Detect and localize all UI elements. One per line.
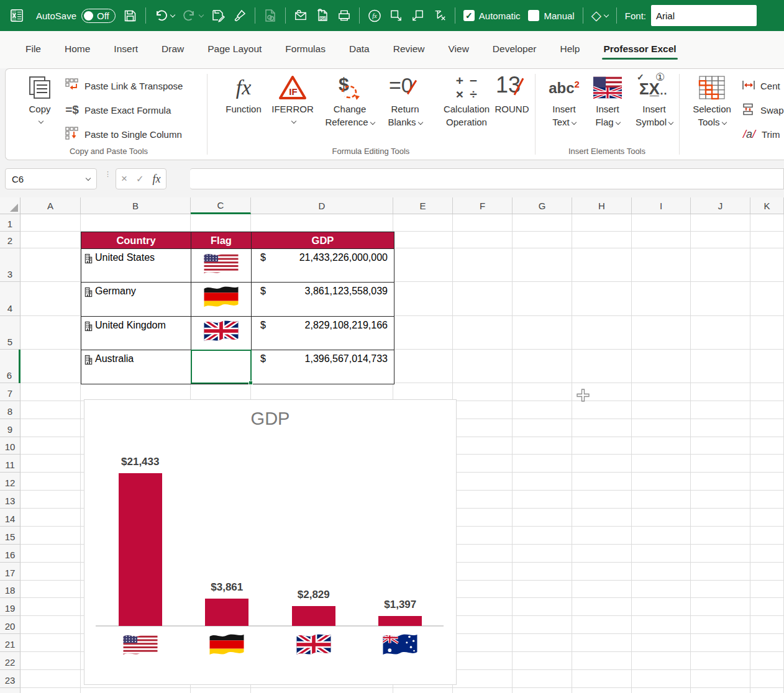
row-header-7[interactable]: 7	[0, 383, 21, 401]
column-header-B[interactable]: B	[81, 197, 191, 214]
column-header-G[interactable]: G	[513, 197, 572, 214]
row-header-23[interactable]: 23	[0, 670, 21, 688]
automatic-checkbox[interactable]: ✓ Automatic	[463, 10, 521, 21]
country-cell[interactable]: United States	[81, 249, 191, 283]
move-window-icon[interactable]	[390, 9, 403, 22]
row-header-5[interactable]: 5	[0, 316, 21, 350]
ribbon-button-change-reference[interactable]: $ChangeReference	[321, 73, 378, 129]
row-header-17[interactable]: 17	[0, 563, 21, 581]
autosave-control[interactable]: AutoSave Off	[36, 9, 116, 23]
format-painter-icon[interactable]	[233, 9, 247, 22]
chart-bar-gb[interactable]	[292, 606, 335, 626]
tab-view[interactable]: View	[439, 38, 478, 61]
center-button[interactable]: Cent	[742, 76, 780, 95]
tab-draw[interactable]: Draw	[152, 38, 193, 61]
row-header-21[interactable]: 21	[0, 634, 21, 652]
chart-bar-de[interactable]	[205, 599, 248, 626]
column-header-J[interactable]: J	[691, 197, 750, 214]
font-input[interactable]: Arial	[651, 5, 757, 26]
print-icon[interactable]	[337, 9, 351, 22]
name-box[interactable]: C6	[5, 168, 97, 189]
trim-button[interactable]: /a/ Trim	[742, 125, 780, 143]
save-edit-icon[interactable]	[211, 9, 225, 22]
copy-window-icon[interactable]	[411, 9, 425, 22]
save-icon[interactable]	[124, 9, 137, 22]
row-header-14[interactable]: 14	[0, 509, 21, 527]
row-header-3[interactable]: 3	[0, 248, 21, 282]
row-header-20[interactable]: 20	[0, 616, 21, 634]
row-header-9[interactable]: 9	[0, 419, 21, 437]
row-header-11[interactable]: 11	[0, 455, 21, 473]
row-header-2[interactable]: 2	[0, 232, 21, 248]
row-header-6[interactable]: 6	[0, 350, 21, 383]
tab-developer[interactable]: Developer	[483, 38, 546, 61]
ribbon-button-selection-tools[interactable]: SelectionTools	[688, 73, 736, 129]
column-header-D[interactable]: D	[251, 197, 393, 214]
row-header-4[interactable]: 4	[0, 282, 21, 316]
formula-bar-drag-dots[interactable]: ⋮	[104, 173, 107, 186]
gdp-cell[interactable]: $21,433,226,000,000	[252, 249, 394, 283]
flag-cell[interactable]	[191, 283, 252, 317]
row-header-19[interactable]: 19	[0, 598, 21, 616]
country-cell[interactable]: Australia	[81, 350, 191, 384]
tab-page-layout[interactable]: Page Layout	[198, 38, 271, 61]
manual-checkbox[interactable]: Manual	[528, 10, 574, 21]
column-header-C[interactable]: C	[191, 197, 251, 214]
cancel-icon[interactable]: ×	[121, 173, 127, 185]
row-header-22[interactable]: 22	[0, 652, 21, 670]
ribbon-button-iferror[interactable]: IFIFERROR	[269, 73, 316, 124]
column-header-I[interactable]: I	[632, 197, 691, 214]
tab-review[interactable]: Review	[384, 38, 434, 61]
tab-file[interactable]: File	[16, 38, 50, 61]
automatic-checkbox-box[interactable]: ✓	[463, 10, 475, 21]
country-cell[interactable]: Germany	[81, 283, 191, 317]
autosave-toggle[interactable]: Off	[81, 9, 116, 23]
eraser-diamond-icon[interactable]: ◇	[591, 8, 608, 23]
export-pdf-icon[interactable]: PDF	[316, 9, 329, 22]
paste-single-column-button[interactable]: Paste to Single Column	[65, 125, 182, 143]
tab-professor-excel[interactable]: Professor Excel	[594, 38, 685, 61]
ribbon-button-function[interactable]: fxFunction	[222, 73, 265, 116]
tab-help[interactable]: Help	[551, 38, 590, 61]
column-header-E[interactable]: E	[393, 197, 453, 214]
gdp-cell[interactable]: $3,861,123,558,039	[252, 283, 394, 317]
ribbon-button-insert-symbol[interactable]: ✓①ΣX̲‥InsertSymbol	[631, 73, 678, 129]
row-header-8[interactable]: 8	[0, 401, 21, 419]
paste-link-transpose-button[interactable]: Paste Link & Transpose	[65, 76, 183, 95]
manual-checkbox-box[interactable]	[528, 10, 539, 21]
selected-cell-outline[interactable]	[191, 350, 252, 384]
row-header-16[interactable]: 16	[0, 545, 21, 563]
undo-icon[interactable]	[154, 9, 168, 22]
gdp-cell[interactable]: $1,396,567,014,733	[252, 350, 394, 384]
clear-window-icon[interactable]	[433, 9, 447, 22]
undo-dropdown-chevron[interactable]	[170, 12, 175, 17]
tab-formulas[interactable]: Formulas	[276, 38, 335, 61]
row-header-13[interactable]: 13	[0, 491, 21, 509]
ribbon-button-return-blanks[interactable]: =0ReturnBlanks	[378, 73, 432, 129]
row-header-[interactable]	[0, 688, 21, 693]
enter-icon[interactable]: ✓	[136, 173, 144, 184]
insert-function-fx-icon[interactable]: fx	[153, 173, 161, 186]
row-header-10[interactable]: 10	[0, 437, 21, 455]
column-header-F[interactable]: F	[453, 197, 513, 214]
formula-input[interactable]	[190, 168, 784, 189]
gdp-cell[interactable]: $2,829,108,219,166	[252, 317, 394, 350]
select-all-corner[interactable]	[0, 197, 21, 214]
flag-cell[interactable]	[191, 317, 252, 350]
tab-insert[interactable]: Insert	[104, 38, 147, 61]
row-header-12[interactable]: 12	[0, 473, 21, 491]
row-header-18[interactable]: 18	[0, 581, 21, 598]
country-cell[interactable]: United Kingdom	[81, 317, 191, 350]
column-header-A[interactable]: A	[21, 197, 81, 214]
row-header-15[interactable]: 15	[0, 527, 21, 545]
name-box-chevron[interactable]	[86, 176, 91, 181]
ribbon-button-insert-text[interactable]: abc2InsertText	[545, 73, 583, 129]
fill-handle[interactable]	[248, 381, 253, 385]
tab-data[interactable]: Data	[340, 38, 379, 61]
column-header-H[interactable]: H	[572, 197, 632, 214]
column-header-K[interactable]: K	[750, 197, 784, 214]
flag-cell[interactable]	[191, 249, 252, 283]
email-attachment-icon[interactable]	[294, 9, 308, 22]
ribbon-button-insert-flag[interactable]: InsertFlag	[588, 73, 627, 129]
gdp-chart[interactable]: GDP $21,433$3,861$2,829$1,397	[84, 399, 457, 685]
